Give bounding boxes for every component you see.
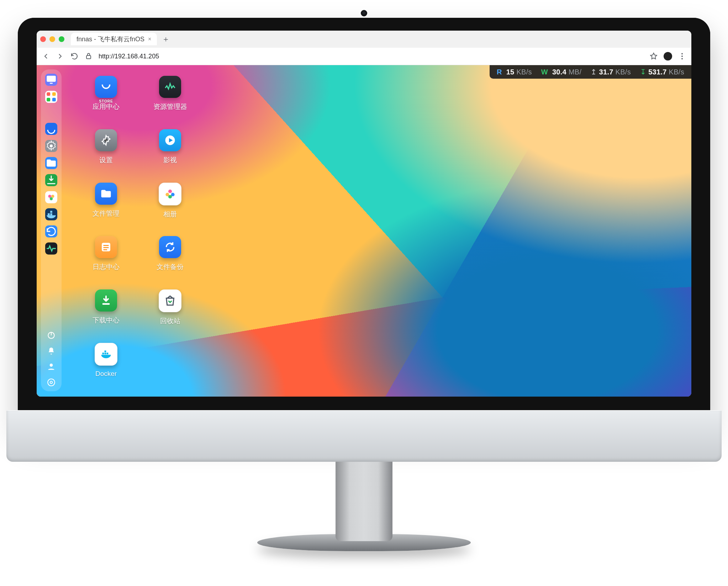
photos-icon[interactable] <box>45 191 57 203</box>
minimize-window-icon[interactable] <box>49 36 55 42</box>
upload-unit: KB/s <box>616 68 631 76</box>
svg-rect-33 <box>102 353 104 355</box>
svg-rect-31 <box>104 249 107 250</box>
app-log-center[interactable]: 日志中心 <box>76 236 136 283</box>
media-icon <box>159 129 181 151</box>
file-backup-icon <box>159 236 181 258</box>
upload-value: 31.7 <box>599 68 613 76</box>
app-resource-mgr[interactable]: 资源管理器 <box>140 76 200 123</box>
apps-grid-icon[interactable] <box>45 91 57 103</box>
app-recycle[interactable]: 回收站 <box>140 289 200 336</box>
svg-point-1 <box>681 53 683 54</box>
backup-icon[interactable] <box>45 225 57 237</box>
app-label: Docker <box>95 370 117 378</box>
browser-tab[interactable]: fnnas - 飞牛私有云fnOS × <box>71 33 157 46</box>
browser-window: fnnas - 飞牛私有云fnOS × ＋ http://192.168.41.… <box>37 31 691 397</box>
left-dock <box>41 69 62 391</box>
app-label: 文件备份 <box>157 262 184 272</box>
browser-menu-button[interactable] <box>678 52 686 61</box>
app-label: 下载中心 <box>93 316 120 325</box>
svg-point-26 <box>168 195 172 198</box>
svg-rect-9 <box>52 98 56 101</box>
address-bar[interactable]: http://192.168.41.205 <box>99 53 159 60</box>
log-center-icon <box>95 236 117 258</box>
profile-avatar[interactable] <box>664 52 672 61</box>
recycle-icon <box>159 289 181 312</box>
svg-rect-6 <box>47 92 50 96</box>
store-icon[interactable] <box>45 123 57 135</box>
stat-download: ↧ 531.7 KB/s <box>640 68 684 76</box>
browser-tabstrip: fnnas - 飞牛私有云fnOS × ＋ <box>37 31 691 48</box>
download-icon <box>95 289 117 312</box>
power-icon[interactable] <box>47 331 56 340</box>
settings-icon <box>95 129 117 151</box>
app-download[interactable]: 下载中心 <box>76 289 136 336</box>
write-unit: MB/ <box>569 68 581 76</box>
desktop-icon[interactable] <box>45 74 57 86</box>
svg-point-19 <box>50 381 53 384</box>
app-settings[interactable]: 设置 <box>76 129 136 176</box>
notifications-icon[interactable] <box>47 346 56 356</box>
svg-rect-0 <box>86 56 91 59</box>
app-store-icon: STORE <box>95 76 117 98</box>
svg-rect-8 <box>47 98 50 101</box>
app-media[interactable]: 影视 <box>140 129 200 176</box>
downloads-icon[interactable] <box>45 174 57 186</box>
read-value: 15 <box>506 68 515 76</box>
settings-icon[interactable] <box>45 140 57 152</box>
back-button[interactable] <box>42 52 50 61</box>
app-label: 设置 <box>99 156 113 165</box>
reload-button[interactable] <box>70 52 79 61</box>
site-info-icon[interactable] <box>84 52 93 61</box>
app-label: 应用中心 <box>93 102 120 111</box>
close-window-icon[interactable] <box>40 36 46 42</box>
maximize-window-icon[interactable] <box>59 36 64 42</box>
svg-rect-14 <box>48 213 50 215</box>
stat-write: W 30.4 MB/ <box>541 68 582 76</box>
tab-close-icon[interactable]: × <box>148 36 151 42</box>
app-label: 回收站 <box>160 316 180 326</box>
bookmark-star-icon[interactable] <box>649 52 658 61</box>
svg-point-10 <box>50 145 53 148</box>
svg-rect-30 <box>104 247 109 248</box>
files-icon[interactable] <box>45 157 57 169</box>
app-docker[interactable]: Docker <box>76 343 136 390</box>
svg-rect-4 <box>47 76 56 82</box>
resource-mgr-icon <box>159 76 181 98</box>
download-unit: KB/s <box>669 68 684 76</box>
album-icon <box>159 183 181 205</box>
imac-chin <box>6 410 722 462</box>
app-label: 文件管理 <box>93 209 120 218</box>
app-label: 相册 <box>163 210 177 219</box>
app-album[interactable]: 相册 <box>140 183 200 230</box>
app-label: 日志中心 <box>93 262 120 272</box>
svg-point-27 <box>169 193 172 195</box>
app-app-store[interactable]: STORE应用中心 <box>76 76 136 123</box>
svg-rect-36 <box>107 353 109 355</box>
file-mgr-icon <box>95 183 117 205</box>
system-settings-icon[interactable] <box>47 378 56 387</box>
app-file-backup[interactable]: 文件备份 <box>140 236 200 283</box>
write-value: 30.4 <box>552 68 566 76</box>
svg-point-23 <box>168 189 172 193</box>
forward-button[interactable] <box>56 52 64 61</box>
svg-rect-29 <box>104 245 109 246</box>
write-label: W <box>541 68 548 76</box>
new-tab-button[interactable]: ＋ <box>160 34 172 45</box>
download-value: 531.7 <box>648 68 667 76</box>
network-stats-bar: R 15 KB/s W 30.4 MB/ ↥ 31.7 KB/s ↧ 531.7 <box>490 65 691 79</box>
svg-rect-32 <box>102 303 110 305</box>
stat-read: R 15 KB/s <box>497 68 532 76</box>
svg-rect-16 <box>50 211 52 213</box>
svg-rect-7 <box>52 92 56 96</box>
monitor-icon[interactable] <box>45 242 57 255</box>
svg-point-3 <box>681 58 683 59</box>
stand-neck <box>336 459 392 541</box>
window-controls[interactable] <box>40 36 64 42</box>
svg-point-18 <box>50 363 53 367</box>
svg-rect-34 <box>105 353 106 355</box>
docker-icon <box>95 343 117 366</box>
app-file-mgr[interactable]: 文件管理 <box>76 183 136 230</box>
docker-icon[interactable] <box>45 208 57 220</box>
user-icon[interactable] <box>47 362 56 371</box>
